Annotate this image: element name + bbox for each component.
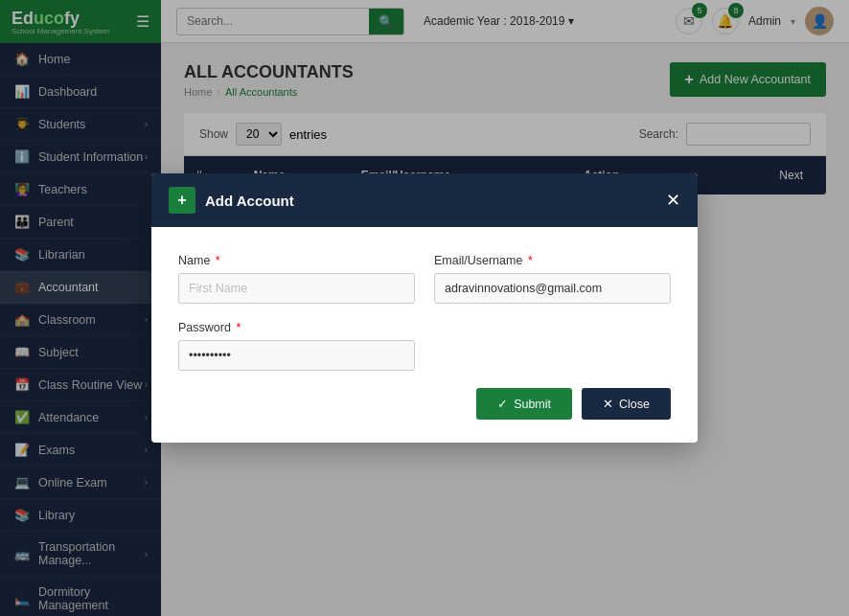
empty-form-group [434, 321, 671, 371]
x-icon: ✕ [603, 397, 613, 411]
password-input[interactable] [178, 340, 415, 371]
password-required: * [236, 321, 241, 334]
close-label: Close [619, 398, 650, 411]
close-button[interactable]: ✕ Close [582, 388, 671, 420]
form-row-password: Password * [178, 321, 671, 371]
name-label: Name * [178, 254, 415, 267]
checkmark-icon: ✓ [497, 397, 508, 411]
email-label: Email/Username * [434, 254, 671, 267]
email-required: * [528, 254, 533, 267]
modal-header-left: + Add Account [169, 187, 294, 214]
modal-header: + Add Account ✕ [151, 173, 698, 227]
password-label: Password * [178, 321, 415, 334]
modal-footer: ✓ Submit ✕ Close [178, 388, 671, 420]
name-input[interactable] [178, 273, 415, 304]
modal-body: Name * Email/Username * Password [151, 227, 698, 443]
submit-label: Submit [514, 398, 551, 411]
form-row-name-email: Name * Email/Username * [178, 254, 671, 304]
submit-button[interactable]: ✓ Submit [476, 388, 572, 420]
name-field-group: Name * [178, 254, 415, 304]
email-input[interactable] [434, 273, 671, 304]
modal-overlay: + Add Account ✕ Name * Email/Username * [0, 0, 849, 616]
modal-header-icon: + [169, 187, 195, 214]
modal-close-button[interactable]: ✕ [666, 192, 680, 209]
email-field-group: Email/Username * [434, 254, 671, 304]
name-required: * [216, 254, 220, 267]
add-account-modal: + Add Account ✕ Name * Email/Username * [151, 173, 698, 443]
password-field-group: Password * [178, 321, 415, 371]
modal-title: Add Account [205, 193, 294, 209]
